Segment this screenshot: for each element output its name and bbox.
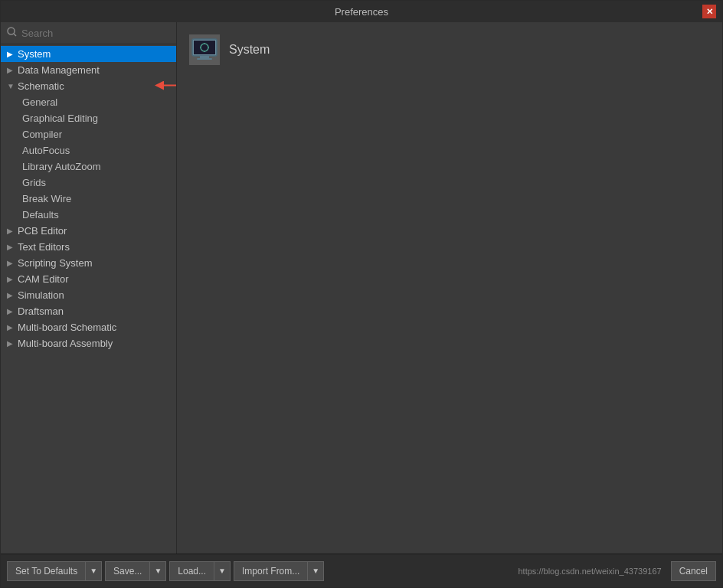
set-to-defaults-arrow-button[interactable]: ▼ (86, 561, 102, 581)
arrow-icon: ▶ (7, 307, 18, 315)
sidebar-item-autofocus[interactable]: AutoFocus (1, 142, 176, 158)
sidebar-item-compiler[interactable]: Compiler (1, 126, 176, 142)
right-panel: System (177, 22, 722, 554)
sidebar-item-multi-board-assembly-label: Multi-board Assembly (18, 338, 113, 349)
set-to-defaults-button[interactable]: Set To Defaults (7, 561, 86, 581)
sidebar-item-text-editors-label: Text Editors (18, 241, 70, 253)
arrow-icon: ▶ (7, 66, 18, 74)
search-icon (7, 27, 17, 39)
sidebar-item-schematic-label: Schematic (18, 80, 64, 92)
sidebar-item-general[interactable]: General (1, 94, 176, 110)
sidebar-item-data-management-label: Data Management (18, 64, 100, 76)
sidebar-item-draftsman-label: Draftsman (18, 305, 64, 317)
window-title: Preferences (21, 6, 702, 18)
load-button[interactable]: Load... (169, 561, 214, 581)
arrow-icon: ▶ (7, 339, 18, 348)
save-group: Save... ▼ (105, 561, 166, 581)
sidebar-item-multi-board-schematic[interactable]: ▶ Multi-board Schematic (1, 319, 176, 335)
arrow-icon: ▶ (7, 50, 18, 58)
sidebar: ▶ System ▶ Data Management ▼ Schematic (1, 22, 177, 554)
sidebar-item-library-autozoom-label: Library AutoZoom (22, 161, 101, 172)
sidebar-item-library-autozoom[interactable]: Library AutoZoom (1, 158, 176, 175)
sidebar-item-autofocus-label: AutoFocus (22, 145, 70, 156)
sidebar-item-system-label: System (18, 48, 51, 60)
arrow-icon: ▶ (7, 243, 18, 251)
arrow-icon: ▶ (7, 291, 18, 299)
svg-line-1 (14, 34, 16, 36)
arrow-icon: ▶ (7, 323, 18, 332)
sidebar-item-cam-editor-label: CAM Editor (18, 273, 68, 285)
load-arrow-button[interactable]: ▼ (214, 561, 231, 581)
sidebar-item-pcb-editor-label: PCB Editor (18, 225, 67, 237)
system-icon (191, 36, 218, 64)
sidebar-item-compiler-label: Compiler (22, 129, 62, 140)
main-content: ▶ System ▶ Data Management ▼ Schematic (1, 22, 722, 554)
preferences-window: Preferences ✕ ▶ System (0, 0, 723, 588)
arrow-icon: ▼ (7, 82, 18, 90)
svg-rect-5 (194, 41, 215, 54)
arrow-icon: ▶ (7, 227, 18, 235)
search-box (1, 22, 176, 44)
sidebar-item-draftsman[interactable]: ▶ Draftsman (1, 303, 176, 319)
panel-icon (189, 34, 220, 65)
sidebar-item-text-editors[interactable]: ▶ Text Editors (1, 239, 176, 255)
sidebar-item-pcb-editor[interactable]: ▶ PCB Editor (1, 223, 176, 239)
titlebar: Preferences ✕ (1, 1, 722, 22)
sidebar-item-graphical-editing-label: Graphical Editing (22, 113, 98, 124)
sidebar-item-simulation-label: Simulation (18, 289, 64, 301)
sidebar-item-system[interactable]: ▶ System (1, 46, 176, 62)
sidebar-item-defaults[interactable]: Defaults (1, 207, 176, 223)
panel-title: System (229, 43, 270, 57)
import-from-arrow-button[interactable]: ▼ (308, 561, 324, 581)
sidebar-item-multi-board-schematic-label: Multi-board Schematic (18, 322, 116, 333)
search-input[interactable] (21, 28, 170, 39)
sidebar-item-scripting-system-label: Scripting System (18, 257, 93, 269)
svg-point-0 (8, 28, 15, 34)
sidebar-item-graphical-editing[interactable]: Graphical Editing (1, 110, 176, 126)
import-from-group: Import From... ▼ (234, 561, 324, 581)
save-button[interactable]: Save... (105, 561, 150, 581)
close-button[interactable]: ✕ (702, 5, 716, 18)
sidebar-item-multi-board-assembly[interactable]: ▶ Multi-board Assembly (1, 335, 176, 351)
arrow-icon: ▶ (7, 259, 18, 267)
sidebar-item-scripting-system[interactable]: ▶ Scripting System (1, 255, 176, 271)
svg-rect-7 (197, 58, 212, 60)
panel-header: System (189, 34, 710, 65)
bottom-bar: Set To Defaults ▼ Save... ▼ Load... ▼ Im… (1, 554, 722, 587)
status-url: https://blog.csdn.net/weixin_43739167 (519, 567, 662, 576)
sidebar-item-break-wire[interactable]: Break Wire (1, 191, 176, 207)
tree: ▶ System ▶ Data Management ▼ Schematic (1, 44, 176, 554)
sidebar-item-grids-label: Grids (22, 177, 46, 188)
sidebar-item-grids[interactable]: Grids (1, 175, 176, 191)
sidebar-item-schematic[interactable]: ▼ Schematic (1, 78, 176, 94)
svg-rect-6 (200, 56, 209, 58)
import-from-button[interactable]: Import From... (234, 561, 308, 581)
sidebar-item-break-wire-label: Break Wire (22, 193, 71, 204)
arrow-icon: ▶ (7, 275, 18, 283)
sidebar-item-general-label: General (22, 96, 57, 108)
load-group: Load... ▼ (169, 561, 231, 581)
set-to-defaults-group: Set To Defaults ▼ (7, 561, 102, 581)
sidebar-item-data-management[interactable]: ▶ Data Management (1, 62, 176, 78)
sidebar-item-defaults-label: Defaults (22, 209, 59, 220)
cancel-button[interactable]: Cancel (671, 561, 716, 581)
red-arrow-annotation (153, 77, 176, 93)
save-arrow-button[interactable]: ▼ (150, 561, 166, 581)
sidebar-item-simulation[interactable]: ▶ Simulation (1, 287, 176, 303)
sidebar-item-cam-editor[interactable]: ▶ CAM Editor (1, 271, 176, 287)
